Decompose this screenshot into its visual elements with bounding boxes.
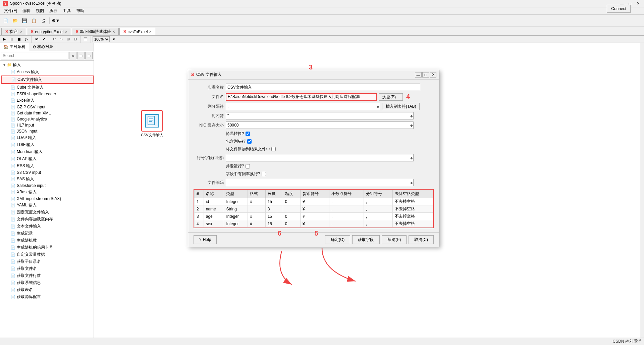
preview-button[interactable]: 👁 xyxy=(33,37,40,42)
nio-buffer-input[interactable] xyxy=(226,121,414,129)
pause-button[interactable]: ⏸ xyxy=(8,37,15,42)
toolbar-saveas[interactable]: 📋 xyxy=(30,16,38,25)
tree-item-getsubdir[interactable]: 📄 获取子目录名 xyxy=(1,258,94,265)
panel-tab-main[interactable]: 🏠 主对象树 xyxy=(0,43,29,51)
paste-btn[interactable]: ⊟ xyxy=(72,36,78,42)
tree-item-sas[interactable]: 📄 SAS 输入 xyxy=(1,176,94,183)
connect-button[interactable]: Connect xyxy=(607,5,631,13)
tree-item-olap[interactable]: 📄 OLAP 输入 xyxy=(1,155,94,162)
align-btn[interactable]: ☰ xyxy=(82,36,89,42)
tree-item-s3[interactable]: 📄 S3 CSV input xyxy=(1,169,94,176)
browse-button[interactable]: 浏览(B)... xyxy=(379,93,403,101)
table-row[interactable]: 4sexInteger#150¥.,不去掉空格 xyxy=(195,220,433,228)
menu-edit[interactable]: 编辑 xyxy=(20,7,33,14)
toolbar-save[interactable]: 💾 xyxy=(20,16,29,25)
get-fields-button[interactable]: 获取字段 xyxy=(352,235,380,244)
tree-item-json[interactable]: 📄 JSON input xyxy=(1,128,94,134)
search-expand-button[interactable]: ⊞ xyxy=(77,52,85,59)
tree-item-rss[interactable]: 📄 RSS 输入 xyxy=(1,162,94,169)
add-filename-checkbox[interactable] xyxy=(271,147,276,151)
tree-item-xml[interactable]: 📄 XML input stream (StAX) xyxy=(1,196,94,202)
tree-item-esri[interactable]: 📄 ESRI shapefile reader xyxy=(1,91,94,97)
toolbar-new[interactable]: 📄 xyxy=(1,16,10,25)
tree-item-getfilerows[interactable]: 📄 获取文件行数 xyxy=(1,272,94,279)
help-button[interactable]: ? Help xyxy=(194,235,217,244)
tree-item-google[interactable]: 📄 Google Analytics xyxy=(1,116,94,122)
toolbar-open[interactable]: 📂 xyxy=(11,16,19,25)
tree-item-mondrian[interactable]: 📄 Mondrian 输入 xyxy=(1,148,94,155)
tree-item-gettablename[interactable]: 📄 获取表名 xyxy=(1,286,94,293)
tree-item-ldap[interactable]: 📄 LDAP 输入 xyxy=(1,134,94,141)
menu-help[interactable]: 帮助 xyxy=(73,7,87,14)
modal-maximize[interactable]: □ xyxy=(422,72,429,78)
tree-item-genrecord[interactable]: 📄 生成记录 xyxy=(1,230,94,237)
panel-tab-core[interactable]: ⚙ 核心对象 xyxy=(29,43,57,51)
preview-button[interactable]: 预览(P) xyxy=(382,235,407,244)
tree-item-getsourcedb[interactable]: 📄 获取源库配置 xyxy=(1,293,94,300)
tree-item-textfile[interactable]: 📄 文本文件输入 xyxy=(1,223,94,230)
search-clear-button[interactable]: ✕ xyxy=(69,52,76,59)
header-checkbox[interactable] xyxy=(247,139,252,144)
table-row[interactable]: 1idInteger#150¥.,不去掉空格 xyxy=(195,198,433,205)
search-collapse-button[interactable]: ⊟ xyxy=(85,52,93,59)
tree-item-gzip[interactable]: 📄 GZIP CSV input xyxy=(1,104,94,110)
tree-item-filecontent[interactable]: 📄 文件内容加载至内存 xyxy=(1,216,94,223)
tab-kettle[interactable]: ✖ 05 kettle快速体验 ✕ xyxy=(72,28,119,35)
zoom-select[interactable]: 100% 75% 150% xyxy=(93,36,110,42)
modal-close[interactable]: ✕ xyxy=(430,72,436,78)
tree-item-cube[interactable]: 📄 Cube 文件输入 xyxy=(1,84,94,91)
tree-item-csv[interactable]: 📄 CSV文件输入 xyxy=(1,76,94,84)
filename-input[interactable] xyxy=(226,93,377,101)
lazy-checkbox[interactable] xyxy=(246,132,250,136)
enclosure-input[interactable] xyxy=(226,112,414,119)
zoom-dropdown[interactable]: ▼ xyxy=(110,37,117,42)
table-row[interactable]: 2nameString8¥.,不去掉空格 xyxy=(195,205,433,213)
tree-item-salesforce[interactable]: 📄 Salesforce input xyxy=(1,183,94,189)
step-button[interactable]: ▷ xyxy=(23,36,30,42)
ok-button[interactable]: 确定(O) xyxy=(325,235,350,244)
copy-btn[interactable]: ⊞ xyxy=(65,36,71,42)
menu-execute[interactable]: 执行 xyxy=(47,7,60,14)
item-icon: 📄 xyxy=(11,164,15,168)
tab-cvs[interactable]: ✖ cvsToExcel ✕ xyxy=(119,28,155,35)
csv-node[interactable]: CSV文件输入 xyxy=(141,110,163,138)
tree-item-fixed[interactable]: 📄 固定宽度文件输入 xyxy=(1,209,94,216)
search-input[interactable] xyxy=(1,52,68,59)
run-button[interactable]: ▶ xyxy=(1,36,7,42)
delimiter-input[interactable] xyxy=(226,103,380,110)
redo-btn[interactable]: ↪ xyxy=(58,36,64,42)
tree-item-getsysinfo[interactable]: 📄 获取系统信息 xyxy=(1,279,94,286)
modal-minimize[interactable]: — xyxy=(415,72,422,78)
tree-item-getdata[interactable]: 📄 Get data from XML xyxy=(1,110,94,116)
tree-item-xbase[interactable]: 📄 XBase输入 xyxy=(1,189,94,196)
tree-item-excel[interactable]: 📄 Excel输入 xyxy=(1,97,94,104)
newline-checkbox[interactable] xyxy=(262,172,266,176)
step-name-input[interactable] xyxy=(226,84,420,91)
tab-welcome[interactable]: ✖ 欢迎! ✕ xyxy=(1,28,26,35)
tree-item-custom[interactable]: 📄 自定义常量数据 xyxy=(1,251,94,258)
toolbar-dropdown[interactable]: ⚙▼ xyxy=(51,16,60,25)
row-number-input[interactable] xyxy=(226,154,414,161)
menu-file[interactable]: 文件(F) xyxy=(1,7,20,14)
check-button[interactable]: ✔ xyxy=(41,36,47,42)
cancel-button[interactable]: 取消(C) xyxy=(409,235,434,244)
tree-item-gencard[interactable]: 📄 生成随机的信用卡号 xyxy=(1,244,94,251)
encoding-input[interactable] xyxy=(226,179,414,186)
tree-group-header-input[interactable]: ▼ 📁 输入 xyxy=(1,61,94,68)
menu-view[interactable]: 视图 xyxy=(33,7,47,14)
parallel-checkbox[interactable] xyxy=(246,164,250,168)
toolbar-print[interactable]: 🖨 xyxy=(39,16,48,25)
tree-item-yaml[interactable]: 📄 YAML 输入 xyxy=(1,202,94,209)
tree-item-ldif[interactable]: 📄 LDIF 输入 xyxy=(1,141,94,148)
insert-tab-button[interactable]: 插入制表符(TAB) xyxy=(382,103,420,110)
tree-item-getfilename[interactable]: 📄 获取文件名 xyxy=(1,265,94,272)
undo-btn[interactable]: ↩ xyxy=(51,36,57,42)
menu-tools[interactable]: 工具 xyxy=(60,7,73,14)
table-row[interactable]: 3ageInteger#150¥.,不去掉空格 xyxy=(195,213,433,220)
tree-item-hl7[interactable]: 📄 HL7 input xyxy=(1,122,94,128)
stop-button[interactable]: ⏹ xyxy=(16,37,23,42)
close-button[interactable]: ✕ xyxy=(635,1,641,6)
tab-encryption[interactable]: ✖ encryptionExcel ✕ xyxy=(27,28,71,35)
tree-item-genrand[interactable]: 📄 生成随机数 xyxy=(1,237,94,244)
tree-item-access[interactable]: 📄 Access 输入 xyxy=(1,68,94,76)
